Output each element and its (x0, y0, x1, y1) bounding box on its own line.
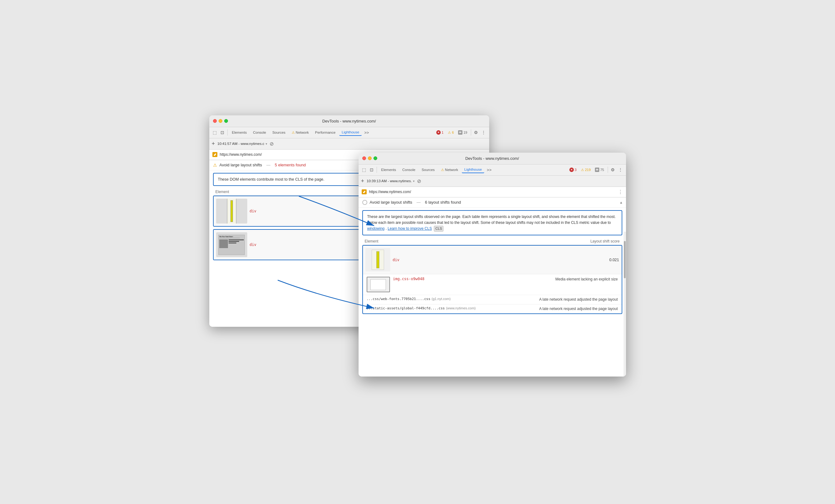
back-tab-lighthouse[interactable]: Lighthouse (339, 129, 362, 136)
back-gear-icon[interactable]: ⚙ (473, 129, 479, 135)
front-resource-url-1: ...css/web-fonts.7705b21....css (367, 297, 430, 301)
front-audit-count: 6 layout shifts found (425, 200, 461, 205)
front-scrollbar-track[interactable] (624, 232, 626, 377)
back-tab-elements[interactable]: Elements (229, 129, 249, 135)
back-toolbar-separator (227, 129, 228, 135)
back-thumb-vertical-bar (227, 199, 236, 224)
back-messages-badge[interactable]: ✉ 19 (456, 130, 469, 135)
back-minimize-button[interactable] (219, 119, 222, 123)
front-audit-title: Avoid large layout shifts (370, 200, 412, 205)
scene: DevTools - www.nytimes.com/ ⬚ ⊡ Elements… (209, 115, 626, 389)
front-layers-icon[interactable]: ⊡ (368, 167, 375, 173)
back-window-title: DevTools - www.nytimes.com/ (322, 119, 376, 123)
back-msg-icon: ✉ (458, 130, 463, 134)
back-more-tabs[interactable]: >> (363, 130, 370, 135)
front-minimize-button[interactable] (368, 156, 372, 160)
front-error-icon: ✕ (569, 168, 574, 172)
front-messages-badge[interactable]: ✉ 75 (593, 167, 606, 172)
front-url-menu[interactable]: ⋮ (618, 189, 623, 195)
back-cursor-icon[interactable]: ⬚ (212, 129, 218, 135)
front-url-bar: + 10:39:13 AM - www.nytimes. ▾ ⊘ (359, 176, 626, 187)
back-row2-thumbnail: The New York Times (216, 232, 247, 257)
front-sub-reason-1: Media element lacking an explicit size (507, 277, 618, 282)
back-audit-title: Avoid large layout shifts (220, 163, 262, 167)
front-kebab-icon[interactable]: ⋮ (617, 167, 624, 173)
back-layers-icon[interactable]: ⊡ (219, 129, 225, 135)
back-session-timestamp[interactable]: 10:41:57 AM - www.nytimes.c ▾ (217, 142, 267, 146)
front-favicon: 🗞 (362, 189, 367, 194)
front-no-entry-icon[interactable]: ⊘ (417, 178, 421, 184)
front-sub-resource-1[interactable]: ...css/web-fonts.7705b21....css (g1.nyt.… (363, 295, 622, 304)
front-traffic-lights (362, 156, 377, 160)
back-row1-element-label: div (250, 209, 257, 213)
back-kebab-icon[interactable]: ⋮ (481, 129, 487, 135)
front-window-title: DevTools - www.nytimes.com/ (465, 156, 519, 161)
back-tab-sources[interactable]: Sources (270, 129, 288, 135)
back-maximize-button[interactable] (224, 119, 228, 123)
front-row1-element-label: div (393, 258, 400, 262)
back-warning-badge[interactable]: ⚠ 6 (446, 130, 455, 135)
front-tab-lighthouse[interactable]: Lighthouse (462, 166, 484, 173)
front-gear-icon[interactable]: ⚙ (610, 167, 616, 173)
back-new-tab-button[interactable]: + (212, 141, 215, 147)
front-cursor-icon[interactable]: ⬚ (361, 167, 367, 173)
front-audit-dash: — (417, 200, 421, 205)
front-audit-table: Element Layout shift score div (362, 238, 622, 314)
front-row1-score: 0.021 (609, 258, 619, 262)
front-close-button[interactable] (362, 156, 366, 160)
back-close-button[interactable] (213, 119, 217, 123)
front-sub-item-img-info: img.css-o9w048 (393, 277, 504, 282)
front-toolbar-sep (376, 167, 377, 173)
front-sub-item-img[interactable]: img.css-o9w048 Media element lacking an … (363, 274, 622, 295)
back-no-entry-icon[interactable]: ⊘ (270, 141, 274, 147)
front-windowing-link[interactable]: windowing (367, 226, 385, 231)
front-error-badge[interactable]: ✕ 3 (568, 167, 578, 172)
back-traffic-lights (213, 119, 228, 123)
back-session-chevron: ▾ (266, 142, 267, 146)
front-msg-icon: ✉ (595, 168, 599, 172)
front-url-text: https://www.nytimes.com/ (369, 190, 615, 194)
front-scrollbar-thumb[interactable] (624, 241, 626, 278)
front-resource-reason-2: A late network request adjusted the page… (539, 306, 618, 312)
front-desc-box: These are the largest layout shifts obse… (362, 210, 622, 236)
back-right-separator (471, 129, 471, 135)
front-audit-expand-icon[interactable]: ▴ (620, 200, 622, 205)
front-resource-url-2: ...static-assets/global-f449cfd....css (367, 306, 445, 310)
front-row1-main: div 0.021 (363, 246, 622, 274)
back-error-badge[interactable]: ✕ 1 (435, 130, 445, 135)
front-table-row-1[interactable]: div 0.021 img.css-o9w048 Media element (362, 245, 622, 314)
back-tab-performance[interactable]: Performance (312, 129, 338, 135)
front-sub-resource-2[interactable]: ...static-assets/global-f449cfd....css (… (363, 304, 622, 313)
front-tab-console[interactable]: Console (400, 167, 418, 173)
front-session-timestamp[interactable]: 10:39:13 AM - www.nytimes. ▾ (367, 179, 414, 183)
back-tab-network[interactable]: ⚠ Network (289, 129, 311, 136)
back-audit-warn-icon: ⚠ (213, 163, 217, 168)
back-audit-dash: — (266, 163, 270, 167)
back-error-icon: ✕ (436, 130, 441, 134)
front-row1-thumbnail (365, 248, 390, 271)
front-tab-sources[interactable]: Sources (419, 167, 437, 173)
front-audit-row[interactable]: Avoid large layout shifts — 6 layout shi… (359, 197, 626, 208)
back-nyt-front-thumb: The New York Times (218, 235, 245, 255)
front-devtools-toolbar: ⬚ ⊡ Elements Console Sources ⚠ Network L… (359, 165, 626, 176)
front-table-header: Element Layout shift score (362, 238, 622, 245)
front-url-display-row: 🗞 https://www.nytimes.com/ ⋮ (359, 187, 626, 197)
front-sub-element-label: img.css-o9w048 (393, 277, 504, 281)
back-yellow-bar (230, 200, 233, 222)
back-warning-icon: ⚠ (448, 131, 451, 134)
front-maximize-button[interactable] (373, 156, 377, 160)
front-improve-cls-link[interactable]: Learn how to improve CLS (388, 226, 432, 231)
front-window: DevTools - www.nytimes.com/ ⬚ ⊡ Elements… (359, 153, 626, 377)
front-tab-network[interactable]: ⚠ Network (439, 167, 461, 173)
front-more-tabs[interactable]: >> (486, 167, 493, 173)
back-favicon: 🗞 (212, 152, 217, 157)
front-resource-reason-1: A late network request adjusted the page… (539, 297, 618, 302)
front-new-tab-button[interactable]: + (361, 178, 365, 184)
front-network-warning-icon: ⚠ (441, 168, 444, 172)
back-titlebar: DevTools - www.nytimes.com/ (209, 115, 489, 127)
front-warning-badge[interactable]: ⚠ 219 (579, 167, 592, 172)
front-right-sep (608, 167, 608, 173)
front-tab-elements[interactable]: Elements (379, 167, 399, 173)
back-tab-console[interactable]: Console (250, 129, 268, 135)
front-sub-thumbnail (367, 277, 390, 292)
